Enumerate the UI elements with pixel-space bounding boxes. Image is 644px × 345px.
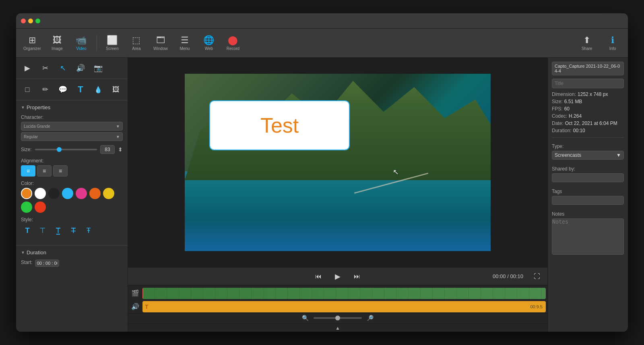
shared-field[interactable] [552,173,624,182]
style-bold-btn[interactable]: T [21,224,34,237]
size-slider[interactable] [35,149,97,150]
toolbar-area[interactable]: ⬚ Area [124,33,149,53]
pointer-tool[interactable]: ↖ [55,61,71,75]
time-current: 00:00 [493,273,506,279]
font-style-value: Regular [24,135,38,139]
image-icon: 🖼 [53,35,62,46]
color-black[interactable] [48,188,60,199]
area-icon: ⬚ [132,35,140,46]
size-stepper[interactable]: ⬍ [118,146,123,153]
fullscreen-button[interactable]: ⛶ [531,271,543,282]
web-label: Web [205,46,213,51]
alignment-prop: Alignment: ≡ ≡ ≡ [21,158,123,177]
video-track-row: 🎬 [128,287,547,299]
toolbar-info[interactable]: ℹ Info [601,33,625,53]
color-red[interactable] [35,202,46,213]
size-thumb[interactable] [57,147,62,152]
image-label: Image [52,46,63,51]
rectangle-tool[interactable]: □ [19,82,35,97]
start-label: Start: [21,260,33,265]
organizer-icon: ⊞ [29,35,36,46]
align-left-btn[interactable]: ≡ [21,165,35,177]
water-tool[interactable]: 💧 [90,82,106,97]
info-label: Info [609,46,616,51]
rewind-button[interactable]: ⏮ [312,270,324,283]
notes-label: Notes [552,211,624,217]
style-highlight-btn[interactable]: Ŧ [82,224,95,237]
properties-label: Properties [27,104,50,110]
style-strikethrough-btn[interactable]: T̶ [67,224,80,237]
video-track[interactable] [142,288,546,299]
fast-forward-button[interactable]: ⏭ [351,270,363,283]
collapse-timeline-btn[interactable]: ▲ [128,324,547,332]
sticker-tool[interactable]: 🖼 [108,82,124,97]
camera-tool[interactable]: 📷 [90,61,106,75]
audio-tool[interactable]: 🔊 [72,61,89,75]
type-label: Type: [552,143,624,149]
zoom-slider[interactable] [314,317,362,319]
speech-tool[interactable]: 💬 [55,82,71,97]
tags-field[interactable] [552,196,624,205]
start-input[interactable] [35,260,59,267]
web-icon: 🌐 [203,35,214,46]
toolbar-organizer[interactable]: ⊞ Organizer [19,33,45,53]
play-button[interactable]: ▶ [331,270,345,283]
center-content: Test ↖ ⏮ ▶ ⏭ 00:00 / 00:10 ⛶ [128,58,547,332]
duration-header[interactable]: ▼ Duration [21,249,123,256]
style-underline-btn[interactable]: T̲ [52,224,64,237]
align-center-btn[interactable]: ≡ [37,165,52,177]
toolbar-image[interactable]: 🖼 Image [45,33,69,53]
window-icon: 🗔 [156,35,165,46]
toolbar-video[interactable]: 📹 Video [69,33,93,53]
zoom-thumb[interactable] [335,316,340,320]
audio-track-icon: 🔊 [128,303,142,310]
close-button[interactable] [21,19,26,23]
timeline-footer: 🔍 🔎 [128,314,547,322]
dimension-val: 1252 x 748 px [578,91,608,97]
notes-textarea[interactable] [552,218,624,255]
color-pink[interactable] [76,188,87,199]
type-value: Screencasts [555,152,581,158]
duration-chevron: ▼ [21,250,25,255]
share-label: Share [582,46,592,51]
properties-header[interactable]: ▼ Properties [21,104,123,110]
style-italic-btn[interactable]: ⊤ [36,224,49,237]
toolbar-window[interactable]: 🗔 Window [149,33,173,53]
play-tool[interactable]: ▶ [19,61,35,75]
color-green[interactable] [21,202,32,213]
type-select[interactable]: Screencasts ▼ [552,151,624,160]
size-value[interactable]: 83 [100,145,115,154]
font-style-select[interactable]: Regular ▼ [21,132,123,141]
maximize-button[interactable] [35,19,40,23]
traffic-lights [21,19,40,23]
font-family-select[interactable]: Lucida Grande ▼ [21,122,123,131]
toolbar-record[interactable]: ⬤ Record [221,33,245,53]
align-right-btn[interactable]: ≡ [53,165,68,177]
color-yellow[interactable] [103,188,114,199]
toolbar-screen[interactable]: ⬜ Screen [100,33,124,53]
toolbar-web[interactable]: 🌐 Web [197,33,221,53]
color-white[interactable] [35,188,46,199]
tags-section: Tags [552,189,624,205]
type-section: Type: Screencasts ▼ [552,143,624,160]
character-label: Character: [21,114,123,120]
text-overlay[interactable]: Test [209,100,350,150]
toolbar-menu[interactable]: ☰ Menu [173,33,197,53]
preview-area: Test ↖ [128,58,547,267]
style-label: Style: [21,217,123,222]
video-frame: Test ↖ [185,74,491,251]
playhead[interactable] [142,288,143,299]
text-tool[interactable]: T [72,82,89,97]
main-content: ▶ ✂ ↖ 🔊 📷 □ ✏ 💬 T 💧 🖼 ▼ Properties [16,58,628,332]
color-cyan[interactable] [62,188,73,199]
text-track[interactable]: T 00:9.5 [142,301,546,312]
title-field[interactable] [552,79,624,88]
cut-tool[interactable]: ✂ [37,61,53,75]
toolbar-share[interactable]: ⬆ Share [575,33,599,53]
minimize-button[interactable] [28,19,33,23]
color-orange[interactable] [21,188,32,199]
zoom-in-btn[interactable]: 🔎 [365,315,375,321]
pencil-tool[interactable]: ✏ [37,82,53,97]
color-dark-orange[interactable] [89,188,101,199]
zoom-out-btn[interactable]: 🔍 [300,315,310,321]
